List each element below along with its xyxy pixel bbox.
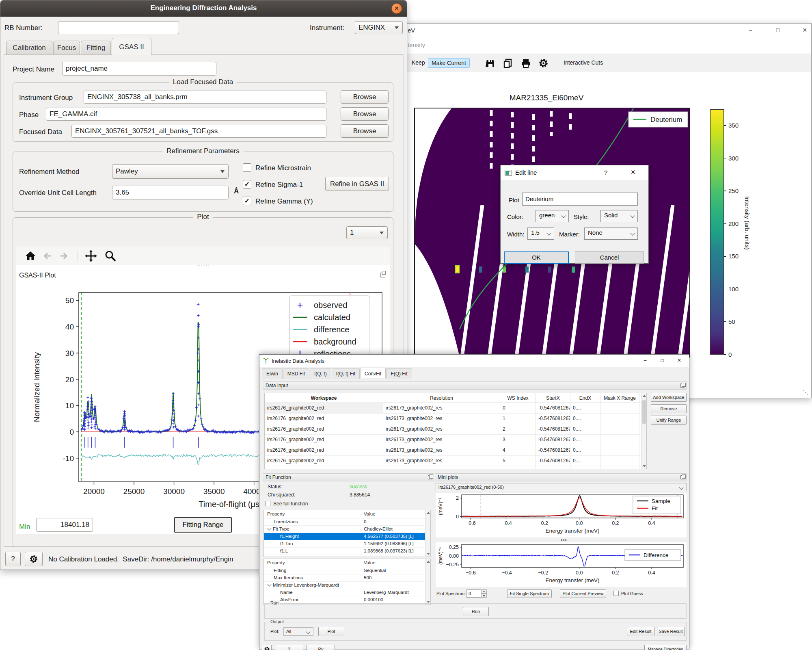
plot-name-input[interactable]: Deuterium xyxy=(522,193,638,206)
detach-icon[interactable] xyxy=(680,384,685,388)
marker-select[interactable]: None xyxy=(584,228,638,240)
ok-button[interactable]: OK xyxy=(504,251,569,264)
dialog-help-button[interactable]: ? xyxy=(604,169,607,176)
titlebar[interactable]: Inelastic Data Analysis – □ ✕ xyxy=(259,355,689,367)
fitting-range-button[interactable]: Fitting Range xyxy=(174,517,232,533)
pan-icon[interactable] xyxy=(85,250,97,262)
forward-arrow-icon[interactable] xyxy=(58,251,69,261)
unit-cell-input[interactable]: 3.65 xyxy=(112,186,229,199)
resize-grip[interactable]: ⋱ xyxy=(802,388,809,396)
table-row[interactable]: irs26176_graphite002_redirs26173_graphit… xyxy=(265,456,646,466)
tab-calibration[interactable]: Calibration xyxy=(6,41,52,54)
refinement-method-select[interactable]: Pawley xyxy=(112,164,229,179)
maximize-button[interactable]: □ xyxy=(654,355,670,366)
minimize-button[interactable]: – xyxy=(637,355,653,366)
instrument-group-input[interactable]: ENGINX_305738_all_banks.prm xyxy=(84,91,326,104)
run-button[interactable]: Run xyxy=(463,607,489,616)
dialog-titlebar[interactable]: Edit line ? ✕ xyxy=(501,165,648,180)
table-row[interactable]: irs26176_graphite002_redirs26173_graphit… xyxy=(265,424,646,435)
settings-button[interactable] xyxy=(25,552,43,566)
settings-gear-icon[interactable] xyxy=(538,58,549,68)
interactive-cuts-button[interactable]: Interactive Cuts xyxy=(560,58,606,67)
output-plot-button[interactable]: Plot xyxy=(318,627,344,636)
table-row[interactable]: irs26176_graphite002_redirs26173_graphit… xyxy=(265,414,646,424)
fit-function-header[interactable]: Fit Function xyxy=(263,473,434,481)
tab-i-q-t-fit[interactable]: I(Q, t) Fit xyxy=(332,368,360,379)
tab-i-q-t-[interactable]: I(Q, t) xyxy=(310,368,331,379)
min-input[interactable]: 18401.18 xyxy=(36,518,93,532)
property-row[interactable]: f1.Centre4.755050e-12 (5.260100e-14) [L] xyxy=(264,555,430,557)
keep-button[interactable]: Keep xyxy=(408,58,428,67)
close-button[interactable]: ✕ xyxy=(671,355,687,366)
browse-instrument-button[interactable]: Browse xyxy=(341,90,389,104)
table-row[interactable]: irs26176_graphite002_redirs26173_graphit… xyxy=(265,466,646,469)
tab-msd-fit[interactable]: MSD Fit xyxy=(283,368,309,379)
table-row[interactable]: irs26176_graphite002_redirs26173_graphit… xyxy=(265,403,646,414)
tab-fitting[interactable]: Fitting xyxy=(81,41,111,54)
sample-fit-plot[interactable]: −0.6−0.4−0.20.00.20.402Energy transfer (… xyxy=(436,493,687,537)
tab-focus[interactable]: Focus xyxy=(53,41,80,54)
property-row[interactable]: AbsError0.000100 xyxy=(264,596,430,604)
spin-down-button[interactable] xyxy=(481,594,487,598)
home-icon[interactable] xyxy=(25,250,36,262)
python-button[interactable]: Py xyxy=(307,645,335,650)
data-input-table[interactable]: WorkspaceResolutionWS IndexStartXEndXMas… xyxy=(264,393,647,469)
cancel-button[interactable]: Cancel xyxy=(575,251,644,264)
save-icon[interactable] xyxy=(486,58,495,68)
style-select[interactable]: Solid xyxy=(600,210,638,222)
add-workspace-button[interactable]: Add Workspace xyxy=(651,393,687,402)
property-row[interactable]: Lorentzians0 xyxy=(264,518,430,526)
browse-phase-button[interactable]: Browse xyxy=(341,107,389,121)
vertical-scrollbar[interactable] xyxy=(425,510,430,557)
mini-plot-workspace-select[interactable]: irs26176_graphite002_red (0-50) xyxy=(436,483,687,491)
remove-button[interactable]: Remove xyxy=(651,404,687,413)
property-row[interactable]: f1.L1.089868 (0.037623) [L] xyxy=(264,548,430,555)
unify-range-button[interactable]: Unify Range xyxy=(651,416,687,425)
expander-icon[interactable] xyxy=(268,583,272,587)
tab-convfit[interactable]: ConvFit xyxy=(360,368,386,378)
spin-up-button[interactable] xyxy=(481,589,487,594)
plot-spectrum-input[interactable]: 0 xyxy=(466,589,481,598)
refine-in-gsas-button[interactable]: Refine in GSAS II xyxy=(325,177,389,191)
plot-index-select[interactable]: 1 xyxy=(346,226,388,239)
refine-microstrain-checkbox[interactable] xyxy=(243,163,251,172)
edit-result-button[interactable]: Edit Result xyxy=(627,627,654,636)
property-row[interactable]: Max Iterations500 xyxy=(264,574,430,582)
property-row[interactable]: f1.Tau1.159992 (0.083896) [L] xyxy=(264,540,430,548)
undock-icon[interactable] xyxy=(380,273,385,277)
table-row[interactable]: irs26176_graphite002_redirs26173_graphit… xyxy=(265,445,646,456)
property-row[interactable]: FittingSequential xyxy=(264,567,430,574)
maximize-button[interactable]: □ xyxy=(769,24,787,37)
instrument-select[interactable]: ENGINX xyxy=(355,21,403,34)
save-result-button[interactable]: Save Result xyxy=(657,627,685,636)
property-row[interactable]: NameLevenberg-Marquardt xyxy=(264,589,430,596)
close-icon[interactable]: ✕ xyxy=(391,3,402,14)
property-row[interactable]: Minimizer Levenberg-Marquardt xyxy=(264,582,430,589)
refine-sigma-checkbox[interactable]: ✓ xyxy=(243,180,251,188)
project-name-input[interactable]: project_name xyxy=(62,62,216,76)
browse-focused-button[interactable]: Browse xyxy=(341,124,389,138)
table-row[interactable]: irs26176_graphite002_redirs26173_graphit… xyxy=(265,435,646,445)
rb-number-input[interactable] xyxy=(58,21,179,34)
help-button[interactable]: ? xyxy=(275,645,303,650)
dialog-close-icon[interactable]: ✕ xyxy=(631,169,636,176)
copy-icon[interactable] xyxy=(503,58,513,68)
fit-parameters-table[interactable]: PropertyValueLorentzians0Fit TypeChudley… xyxy=(263,510,431,557)
plot-guess-checkbox[interactable] xyxy=(613,591,619,596)
titlebar[interactable]: Engineering Diffraction Analysis ✕ xyxy=(0,0,407,17)
width-select[interactable]: 1.5 xyxy=(527,228,554,240)
phase-input[interactable]: FE_GAMMA.cif xyxy=(46,108,326,121)
data-input-header[interactable]: Data Input xyxy=(263,381,687,390)
difference-plot[interactable]: −0.6−0.4−0.20.00.20.4−0.250.000.25Energy… xyxy=(436,542,687,587)
plot-current-preview-button[interactable]: Plot Current Preview xyxy=(560,589,606,598)
vertical-scrollbar[interactable] xyxy=(641,393,646,469)
fit-settings-table[interactable]: PropertyValueFittingSequentialMax Iterat… xyxy=(263,559,431,605)
settings-button[interactable] xyxy=(262,645,272,650)
print-icon[interactable] xyxy=(521,58,531,68)
detach-icon[interactable] xyxy=(680,475,685,479)
make-current-button[interactable]: Make Current xyxy=(428,58,470,68)
manage-directories-button[interactable]: Manage Directories xyxy=(644,645,687,650)
tab-gsas-ii[interactable]: GSAS II xyxy=(112,38,151,55)
mini-plots-header[interactable]: Mini plots xyxy=(435,473,687,481)
back-arrow-icon[interactable] xyxy=(43,251,53,261)
